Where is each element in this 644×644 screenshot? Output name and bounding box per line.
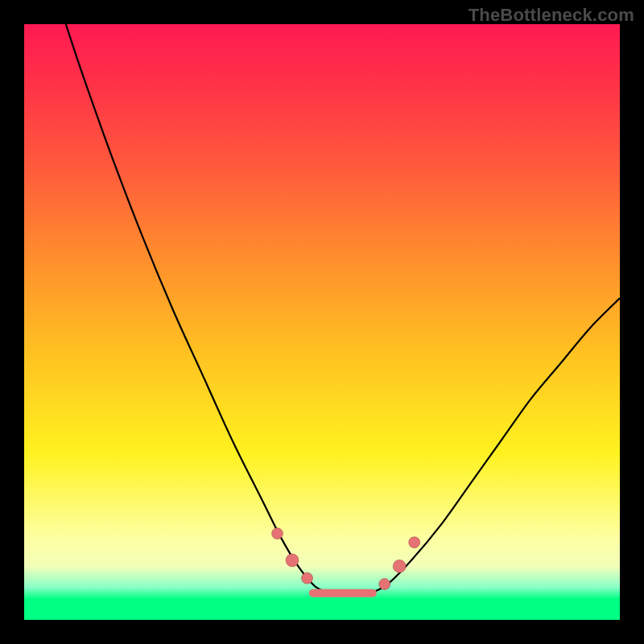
plot-area	[24, 24, 620, 620]
curve-svg	[24, 24, 620, 620]
highlight-marker	[272, 528, 283, 539]
highlight-marker	[302, 572, 313, 584]
highlight-markers	[272, 528, 420, 590]
bottleneck-curve	[66, 24, 620, 594]
highlight-marker	[379, 579, 390, 590]
watermark-text: TheBottleneck.com	[469, 5, 634, 26]
highlight-marker	[393, 559, 406, 572]
highlight-marker	[409, 537, 420, 548]
outer-frame: TheBottleneck.com	[0, 0, 644, 644]
highlight-marker	[286, 554, 299, 567]
